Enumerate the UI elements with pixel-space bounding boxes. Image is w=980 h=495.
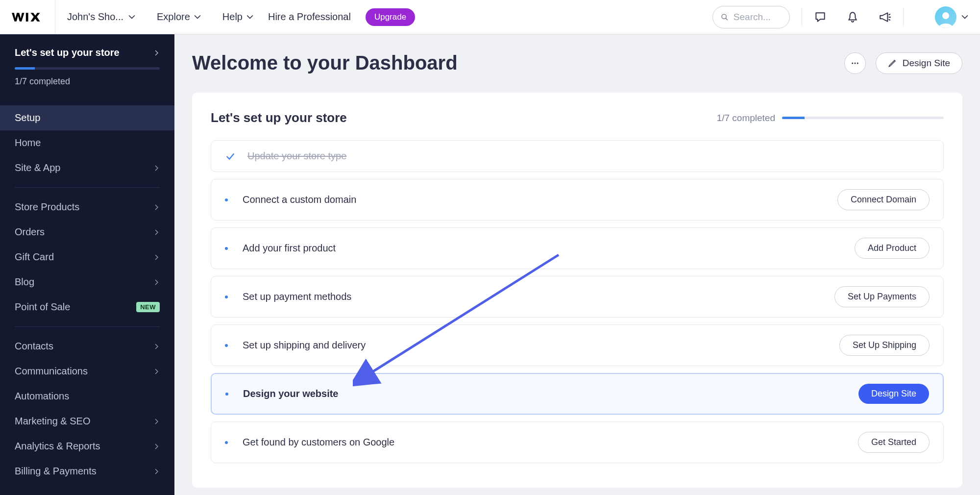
svg-point-5 xyxy=(854,62,856,64)
search-wrap[interactable] xyxy=(712,6,790,28)
sidebar-item-analytics-reports[interactable]: Analytics & Reports xyxy=(0,434,174,459)
sidebar-item-label: Analytics & Reports xyxy=(15,441,100,452)
sidebar-item-label: Store Products xyxy=(15,201,79,213)
card-progress-bar xyxy=(782,117,944,119)
set-up-payments-button[interactable]: Set Up Payments xyxy=(834,286,930,307)
step-title: Set up payment methods xyxy=(243,291,351,302)
search-input[interactable] xyxy=(734,12,782,23)
chevron-right-icon xyxy=(154,344,160,349)
topbar: John's Sho... Explore Help Hire a Profes… xyxy=(0,0,980,34)
sidebar-item-label: Setup xyxy=(15,112,40,124)
chevron-down-icon xyxy=(246,14,253,21)
step-row[interactable]: Get found by customers on GoogleGet Star… xyxy=(211,421,944,463)
sidebar-nav: SetupHomeSite & AppStore ProductsOrdersG… xyxy=(0,105,174,495)
connect-domain-button[interactable]: Connect Domain xyxy=(837,189,930,210)
bell-icon[interactable] xyxy=(846,11,859,24)
svg-point-3 xyxy=(942,12,949,19)
explore-label: Explore xyxy=(157,11,190,23)
step-row[interactable]: Update your store type xyxy=(211,140,944,172)
design-site-label: Design Site xyxy=(903,58,950,69)
get-started-button[interactable]: Get Started xyxy=(858,432,930,453)
sidebar-progress-fill xyxy=(15,67,35,70)
sidebar-item-setup[interactable]: Setup xyxy=(0,105,174,130)
sidebar-progress-block: Let's set up your store 1/7 completed xyxy=(0,34,174,93)
step-row[interactable]: Add your first productAdd Product xyxy=(211,227,944,269)
more-icon xyxy=(851,59,859,68)
sidebar-item-site-app[interactable]: Site & App xyxy=(0,155,174,180)
chevron-right-icon xyxy=(154,165,160,171)
sidebar-item-billing-payments[interactable]: Billing & Payments xyxy=(0,459,174,484)
sidebar-title[interactable]: Let's set up your store xyxy=(15,47,160,58)
svg-point-6 xyxy=(857,62,858,64)
hire-link[interactable]: Hire a Professional xyxy=(268,11,351,23)
divider xyxy=(903,8,904,26)
new-badge: NEW xyxy=(136,302,160,312)
sidebar-item-gift-card[interactable]: Gift Card xyxy=(0,245,174,270)
help-label: Help xyxy=(222,11,243,23)
chevron-right-icon xyxy=(154,279,160,285)
chevron-down-icon xyxy=(961,14,968,21)
help-link[interactable]: Help xyxy=(222,11,253,23)
step-title: Get found by customers on Google xyxy=(243,437,394,448)
sidebar-item-store-products[interactable]: Store Products xyxy=(0,195,174,220)
upgrade-button[interactable]: Upgrade xyxy=(366,8,415,26)
sidebar-item-orders[interactable]: Orders xyxy=(0,220,174,245)
step-title: Update your store type xyxy=(247,150,346,162)
main-header: Welcome to your Dashboard Design Site xyxy=(192,52,962,74)
design-site-button[interactable]: Design Site xyxy=(858,384,929,404)
layout: Let's set up your store 1/7 completed Se… xyxy=(0,34,980,495)
sidebar-completed-label: 1/7 completed xyxy=(15,76,160,87)
sidebar-item-label: Communications xyxy=(15,366,88,377)
add-product-button[interactable]: Add Product xyxy=(855,238,930,259)
sidebar-item-communications[interactable]: Communications xyxy=(0,359,174,384)
step-row[interactable]: Design your websiteDesign Site xyxy=(211,373,944,415)
sidebar-item-point-of-sale[interactable]: Point of SaleNEW xyxy=(0,295,174,320)
sidebar-item-home[interactable]: Home xyxy=(0,130,174,155)
step-row[interactable]: Set up payment methodsSet Up Payments xyxy=(211,276,944,318)
set-up-shipping-button[interactable]: Set Up Shipping xyxy=(839,335,930,356)
divider xyxy=(55,0,55,34)
sidebar-item-blog[interactable]: Blog xyxy=(0,270,174,295)
site-selector[interactable]: John's Sho... xyxy=(67,11,135,23)
design-site-button[interactable]: Design Site xyxy=(876,52,962,74)
sidebar-item-label: Home xyxy=(15,137,41,148)
sidebar-item-label: Automations xyxy=(15,391,69,402)
wix-logo[interactable] xyxy=(12,10,43,24)
sidebar-item-label: Contacts xyxy=(15,341,53,352)
explore-link[interactable]: Explore xyxy=(157,11,201,23)
sidebar-item-label: Billing & Payments xyxy=(15,466,97,477)
setup-card: Let's set up your store 1/7 completed Up… xyxy=(192,93,962,488)
sidebar-item-label: Blog xyxy=(15,276,34,288)
main-header-actions: Design Site xyxy=(844,52,962,74)
chevron-down-icon xyxy=(128,14,135,21)
chevron-down-icon xyxy=(194,14,201,21)
bullet-icon xyxy=(225,296,228,298)
step-row[interactable]: Set up shipping and deliverySet Up Shipp… xyxy=(211,324,944,366)
sidebar-item-automations[interactable]: Automations xyxy=(0,384,174,409)
divider xyxy=(802,8,802,26)
sidebar-title-label: Let's set up your store xyxy=(15,47,120,58)
sidebar-item-marketing-seo[interactable]: Marketing & SEO xyxy=(0,409,174,434)
sidebar: Let's set up your store 1/7 completed Se… xyxy=(0,34,174,495)
chat-icon[interactable] xyxy=(814,11,827,24)
step-title: Design your website xyxy=(243,388,339,399)
svg-point-4 xyxy=(852,62,853,64)
step-title: Set up shipping and delivery xyxy=(243,340,366,351)
bullet-icon xyxy=(225,441,228,444)
step-row[interactable]: Connect a custom domainConnect Domain xyxy=(211,179,944,221)
more-button[interactable] xyxy=(844,52,866,74)
chevron-right-icon xyxy=(154,444,160,449)
sidebar-item-label: Marketing & SEO xyxy=(15,416,91,427)
megaphone-icon[interactable] xyxy=(879,11,891,24)
pencil-icon xyxy=(888,59,897,68)
search-icon xyxy=(721,12,729,22)
account-menu[interactable] xyxy=(935,6,968,28)
bullet-icon xyxy=(225,393,228,396)
bullet-icon xyxy=(225,344,228,347)
sidebar-item-contacts[interactable]: Contacts xyxy=(0,334,174,359)
main: Welcome to your Dashboard Design Site Le… xyxy=(174,34,980,495)
chevron-right-icon xyxy=(154,419,160,424)
sidebar-progress-bar xyxy=(15,67,160,70)
svg-point-1 xyxy=(722,14,726,19)
svg-line-2 xyxy=(726,18,728,20)
